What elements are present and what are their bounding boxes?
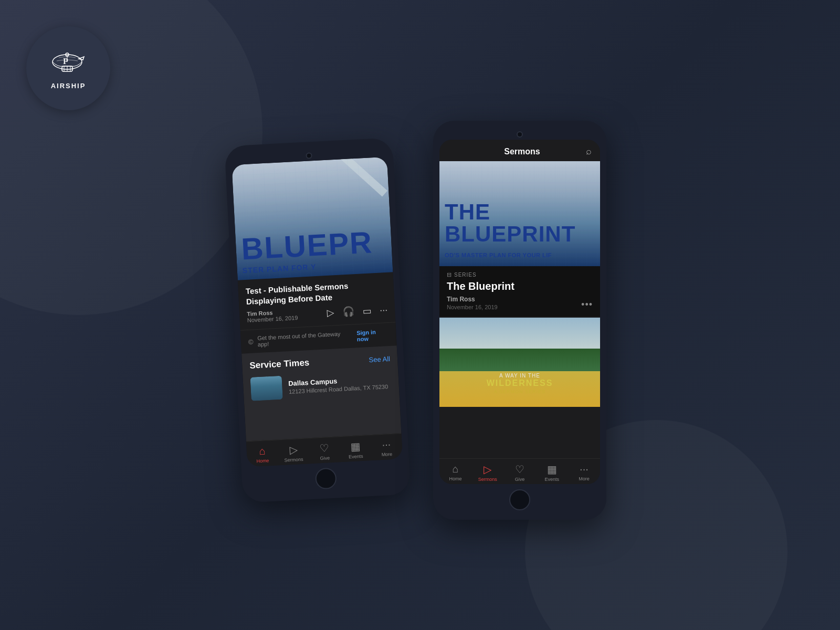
- playlist-icon[interactable]: ▭: [362, 305, 372, 317]
- wld-line1: A WAY IN THE: [487, 373, 553, 379]
- nav-item-home-left[interactable]: ⌂ Home: [246, 444, 278, 465]
- home-icon-right: ⌂: [453, 463, 459, 475]
- blueprint-text-right: THE BLUEPRINT: [445, 201, 600, 245]
- series-title: The Blueprint: [447, 280, 593, 292]
- series-icon: ⊟: [447, 271, 452, 278]
- sign-in-link[interactable]: Sign in now: [356, 328, 389, 342]
- left-screen: BLUEPR STER PLAN FOR Y Test - Publishabl…: [232, 157, 403, 467]
- section-header: Service Times See All: [249, 353, 391, 371]
- phone-screen-right: Sermons ⌕: [439, 140, 600, 484]
- featured-info: ⊟ SERIES The Blueprint Tim Ross November…: [439, 266, 600, 317]
- series-label: ⊟ SERIES: [447, 271, 593, 278]
- sermon-card-left: Test - Publishable Sermons Displaying Be…: [238, 272, 396, 330]
- top-bar-right: Sermons ⌕: [439, 140, 600, 161]
- nav-label-more-left: More: [381, 452, 392, 457]
- sermons-icon-left: ▷: [289, 443, 298, 456]
- phone-bottom-right: [439, 484, 600, 512]
- sermons-icon-right: ▷: [484, 463, 491, 476]
- circle-p-icon: ©: [248, 338, 254, 345]
- phone-home-btn-left[interactable]: [315, 468, 337, 490]
- wld-line4: A SERMON SERIES: [487, 389, 553, 394]
- phone-top-right: [439, 127, 600, 140]
- phone-left: BLUEPR STER PLAN FOR Y Test - Publishabl…: [224, 138, 411, 503]
- sermon-author-date-left: Tim Ross November 16, 2019: [247, 308, 298, 323]
- top-bar-title: Sermons: [458, 147, 586, 156]
- sermon-meta-left: Tim Ross November 16, 2019 ▷ 🎧 ▭ ···: [247, 303, 388, 323]
- svg-text:P: P: [63, 57, 68, 66]
- more-nav-icon-left: ···: [382, 438, 391, 451]
- nav-item-sermons-left[interactable]: ▷ Sermons: [277, 443, 309, 463]
- campus-thumb-img: [250, 376, 283, 401]
- blueprint-text-left: BLUEPR: [240, 227, 373, 264]
- logo-container: P AIRSHIP: [26, 26, 110, 110]
- logo-icon: P: [47, 47, 89, 79]
- featured-image: THE BLUEPRINT OD'S MASTER PLAN FOR YOUR …: [439, 161, 600, 266]
- sermon-title-left: Test - Publishable Sermons Displaying Be…: [245, 279, 387, 307]
- give-icon-left: ♡: [319, 442, 329, 455]
- featured-sermon-card[interactable]: THE BLUEPRINT OD'S MASTER PLAN FOR YOUR …: [439, 161, 600, 317]
- campus-thumbnail: [250, 376, 283, 401]
- blueprint-subtitle-right: OD'S MASTER PLAN FOR YOUR LIF: [445, 252, 552, 258]
- campus-item: Dallas Campus 12123 Hillcrest Road Dalla…: [250, 370, 392, 401]
- phone-screen-left: BLUEPR STER PLAN FOR Y Test - Publishabl…: [232, 157, 403, 467]
- home-icon-left: ⌂: [259, 445, 266, 458]
- featured-meta: Tim Ross November 16, 2019 •••: [447, 296, 593, 310]
- nav-item-give-left[interactable]: ♡ Give: [309, 441, 341, 461]
- nav-item-events-right[interactable]: ▦ Events: [536, 463, 568, 482]
- wld-line2: WILDERNESS: [487, 379, 553, 388]
- nav-label-give-left: Give: [320, 455, 330, 461]
- phone-home-btn-right[interactable]: [509, 489, 530, 510]
- bottom-nav-right: ⌂ Home ▷ Sermons ♡ Give ▦ Events: [439, 458, 600, 484]
- more-icon-right[interactable]: •••: [581, 299, 593, 310]
- sermon-controls-left: ▷ 🎧 ▭ ···: [327, 304, 388, 319]
- logo-text: AIRSHIP: [51, 82, 86, 90]
- nav-item-sermons-right[interactable]: ▷ Sermons: [471, 463, 503, 482]
- phones-wrapper: BLUEPR STER PLAN FOR Y Test - Publishabl…: [234, 121, 606, 520]
- sign-in-text: Get the most out of the Gateway app!: [257, 330, 353, 348]
- nav-label-events-left: Events: [349, 454, 363, 459]
- see-all-link[interactable]: See All: [369, 354, 390, 363]
- series-text: SERIES: [454, 272, 477, 278]
- nav-label-more-right: More: [579, 476, 590, 481]
- nav-item-give-right[interactable]: ♡ Give: [503, 463, 536, 482]
- hero-image-left: BLUEPR STER PLAN FOR Y: [232, 157, 393, 280]
- featured-author: Tim Ross: [447, 296, 498, 303]
- section-title: Service Times: [249, 358, 310, 371]
- more-nav-icon-right: ···: [580, 463, 589, 475]
- service-times-section: Service Times See All Dallas Campus 1212…: [242, 345, 401, 441]
- search-icon-right[interactable]: ⌕: [586, 146, 592, 157]
- wld-text-box: A WAY IN THE WILDERNESS A SERMON SERIES: [487, 373, 553, 394]
- phone-right: Sermons ⌕: [433, 121, 606, 520]
- give-icon-right: ♡: [515, 463, 524, 476]
- campus-info: Dallas Campus 12123 Hillcrest Road Dalla…: [288, 374, 388, 395]
- nav-label-give-right: Give: [515, 477, 525, 482]
- more-icon-left[interactable]: ···: [380, 304, 388, 316]
- nav-label-home-right: Home: [449, 476, 462, 481]
- play-icon[interactable]: ▷: [327, 307, 334, 319]
- sermons-list: THE BLUEPRINT OD'S MASTER PLAN FOR YOUR …: [439, 161, 600, 458]
- nav-label-home-left: Home: [256, 458, 269, 464]
- nav-item-events-left[interactable]: ▦ Events: [340, 439, 372, 460]
- wilderness-card-img: A WAY IN THE WILDERNESS A SERMON SERIES: [439, 318, 600, 407]
- nav-item-more-left[interactable]: ··· More: [371, 438, 403, 458]
- featured-date: November 16, 2019: [447, 304, 498, 310]
- phone-camera-left: [306, 152, 312, 159]
- featured-author-date: Tim Ross November 16, 2019: [447, 296, 498, 310]
- events-icon-right: ▦: [547, 463, 557, 476]
- headphones-icon[interactable]: 🎧: [342, 306, 354, 318]
- phone-camera-right: [517, 131, 523, 138]
- nav-label-sermons-right: Sermons: [478, 477, 497, 482]
- nav-item-more-right[interactable]: ··· More: [568, 463, 600, 482]
- nav-item-home-right[interactable]: ⌂ Home: [439, 463, 471, 482]
- wilderness-card[interactable]: A WAY IN THE WILDERNESS A SERMON SERIES: [439, 318, 600, 407]
- nav-label-events-right: Events: [544, 477, 559, 482]
- nav-label-sermons-left: Sermons: [284, 457, 303, 463]
- events-icon-left: ▦: [350, 440, 361, 453]
- right-screen: Sermons ⌕: [439, 140, 600, 484]
